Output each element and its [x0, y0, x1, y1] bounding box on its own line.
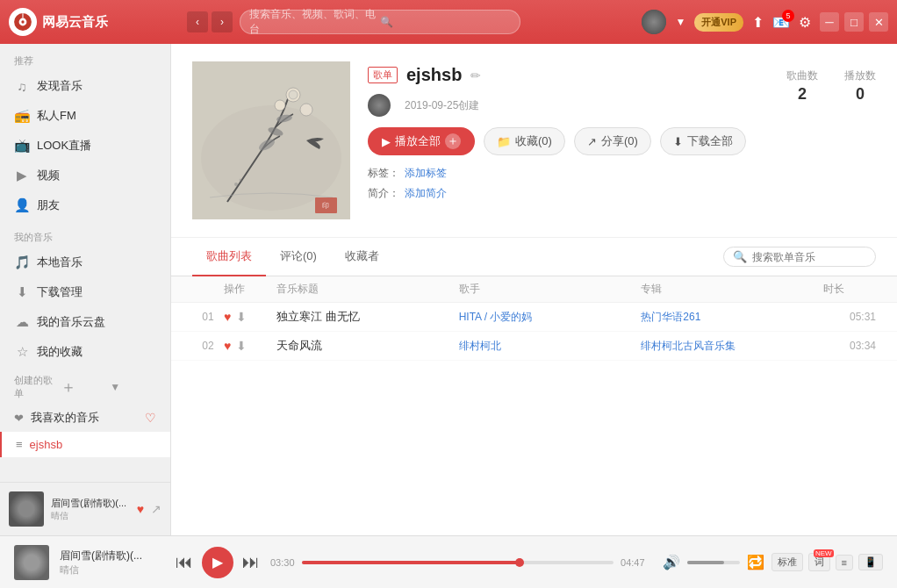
- like-button[interactable]: ♥: [224, 339, 231, 353]
- player-artist: 晴信: [60, 563, 165, 577]
- play-all-label: 播放全部: [395, 133, 441, 149]
- play-button[interactable]: ▶: [202, 547, 233, 578]
- avatar[interactable]: [642, 10, 666, 34]
- prev-button[interactable]: ⏮: [176, 552, 193, 572]
- playlist-icon: ≡: [16, 438, 23, 451]
- tab-collectors[interactable]: 收藏者: [331, 238, 393, 276]
- type-badge: 歌单: [368, 67, 398, 83]
- standard-btn[interactable]: 标准: [771, 553, 803, 571]
- notification-icon[interactable]: 📧 5: [772, 14, 790, 31]
- action-buttons: ▶ 播放全部 ＋ 📁 收藏(0) ↗ 分享(0) ⬇ 下载全部: [368, 127, 769, 155]
- download-icon2: ⬇: [673, 135, 683, 148]
- song-list: 操作 音乐标题 歌手 专辑 时长 01 ♥ ⬇ 独立寒江 曲无忆 HITA / …: [171, 276, 897, 535]
- expand-button[interactable]: ▼: [110, 381, 156, 393]
- table-row[interactable]: 02 ♥ ⬇ 天命风流 绯村柯北 绯村柯北古风音乐集 03:34: [171, 332, 897, 361]
- song-title: 独立寒江 曲无忆: [276, 309, 459, 325]
- song-number: 02: [192, 340, 224, 352]
- download-all-button[interactable]: ⬇ 下载全部: [660, 127, 746, 155]
- heart-icon: ❤: [14, 412, 24, 425]
- collect-button[interactable]: 📁 收藏(0): [484, 127, 565, 155]
- song-download-button[interactable]: ⬇: [236, 310, 247, 324]
- player-right: 🔊 🔁 标准 词 NEW ≡ 📱: [663, 553, 883, 571]
- maximize-button[interactable]: □: [844, 12, 864, 32]
- created-title: 创建的歌单: [14, 374, 61, 400]
- tab-comments[interactable]: 评论(0): [266, 238, 331, 276]
- song-artist[interactable]: HITA / 小爱的妈: [459, 310, 642, 325]
- sidebar-item-download[interactable]: ⬇ 下载管理: [0, 277, 170, 307]
- list-btn[interactable]: ≡: [836, 555, 853, 570]
- svg-point-5: [201, 105, 341, 211]
- sidebar-item-ejshsb[interactable]: ≡ ejshsb: [0, 432, 170, 457]
- vip-button[interactable]: 开通VIP: [694, 13, 743, 32]
- tab-songlist[interactable]: 歌曲列表: [192, 238, 266, 276]
- dropdown-arrow[interactable]: ▼: [675, 16, 685, 28]
- mini-heart-icon[interactable]: ♥: [137, 502, 144, 516]
- col-num: [192, 282, 224, 297]
- loop-icon[interactable]: 🔁: [747, 554, 764, 570]
- share-button[interactable]: ↗ 分享(0): [574, 127, 651, 155]
- sidebar-look-label: LOOK直播: [37, 138, 91, 154]
- sidebar-discover-label: 发现音乐: [37, 78, 83, 94]
- add-tag-link[interactable]: 添加标签: [405, 166, 447, 181]
- download-label: 下载全部: [687, 133, 733, 149]
- minimize-button[interactable]: ─: [820, 12, 839, 32]
- search-icon: 🔍: [380, 16, 511, 28]
- tag-row: 标签： 添加标签: [368, 166, 769, 181]
- add-playlist-button[interactable]: ＋: [61, 376, 107, 398]
- settings-icon[interactable]: ⚙: [799, 14, 811, 31]
- tab-search[interactable]: 🔍: [723, 247, 876, 267]
- player-cover: [14, 545, 49, 580]
- mini-info: 眉间雪(剧情歌)(... 晴信: [51, 497, 130, 522]
- search-bar[interactable]: 搜索音乐、视频、歌词、电台 🔍: [240, 10, 520, 34]
- song-download-button[interactable]: ⬇: [236, 339, 247, 353]
- mini-title: 眉间雪(剧情歌)(...: [51, 497, 130, 510]
- sidebar-cloud-label: 我的音乐云盘: [37, 314, 105, 330]
- desc-label: 简介：: [368, 186, 399, 201]
- sidebar-item-fm[interactable]: 📻 私人FM: [0, 101, 170, 131]
- folder-icon: 📁: [497, 135, 511, 148]
- sidebar-item-favorites[interactable]: ❤ 我喜欢的音乐 ♡: [0, 404, 170, 432]
- sidebar-item-look[interactable]: 📺 LOOK直播: [0, 131, 170, 161]
- playlist-ejshsb-label: ejshsb: [30, 438, 156, 451]
- svg-point-13: [234, 183, 238, 186]
- app-name: 网易云音乐: [42, 14, 108, 31]
- song-artist[interactable]: 绯村柯北: [459, 339, 642, 354]
- sidebar-fm-label: 私人FM: [37, 108, 76, 124]
- song-album[interactable]: 热门华语261: [641, 310, 823, 325]
- back-button[interactable]: ‹: [187, 11, 208, 32]
- volume-icon[interactable]: 🔊: [663, 554, 680, 570]
- col-artist: 歌手: [459, 282, 642, 297]
- close-button[interactable]: ✕: [869, 12, 888, 32]
- volume-bar[interactable]: [687, 561, 740, 564]
- new-btn[interactable]: 词 NEW: [808, 553, 830, 571]
- sidebar-collect-label: 我的收藏: [37, 344, 83, 360]
- cloud-icon: ☁: [14, 314, 30, 330]
- tab-search-icon: 🔍: [733, 250, 747, 263]
- sidebar-item-friends[interactable]: 👤 朋友: [0, 190, 170, 220]
- edit-icon[interactable]: ✏: [470, 68, 481, 82]
- creator-avatar[interactable]: [368, 94, 391, 117]
- song-list-header: 操作 音乐标题 歌手 专辑 时长: [171, 276, 897, 303]
- table-row[interactable]: 01 ♥ ⬇ 独立寒江 曲无忆 HITA / 小爱的妈 热门华语261 05:3…: [171, 303, 897, 332]
- sidebar-item-local[interactable]: 🎵 本地音乐: [0, 247, 170, 277]
- sidebar-item-collect[interactable]: ☆ 我的收藏: [0, 337, 170, 367]
- sidebar-item-video[interactable]: ▶ 视频: [0, 161, 170, 190]
- forward-button[interactable]: ›: [212, 11, 233, 32]
- progress-bar[interactable]: [302, 561, 614, 564]
- tab-search-input[interactable]: [752, 251, 866, 263]
- song-album[interactable]: 绯村柯北古风音乐集: [641, 339, 823, 354]
- player-extra: 标准 词 NEW ≡ 📱: [771, 553, 883, 571]
- add-desc-link[interactable]: 添加简介: [405, 186, 447, 201]
- upload-icon[interactable]: ⬆: [752, 14, 764, 31]
- sidebar-item-cloud[interactable]: ☁ 我的音乐云盘: [0, 307, 170, 337]
- sidebar-item-discover[interactable]: ♫ 发现音乐: [0, 71, 170, 101]
- device-btn[interactable]: 📱: [858, 554, 883, 570]
- search-placeholder: 搜索音乐、视频、歌词、电台: [249, 7, 380, 37]
- svg-point-8: [300, 104, 312, 116]
- mini-share-icon[interactable]: ↗: [151, 502, 161, 516]
- next-button[interactable]: ⏭: [242, 552, 260, 572]
- svg-text:印: 印: [322, 202, 329, 210]
- play-all-button[interactable]: ▶ 播放全部 ＋: [368, 127, 475, 155]
- player-info: 眉间雪(剧情歌)(... 晴信: [60, 549, 165, 577]
- like-button[interactable]: ♥: [224, 310, 231, 324]
